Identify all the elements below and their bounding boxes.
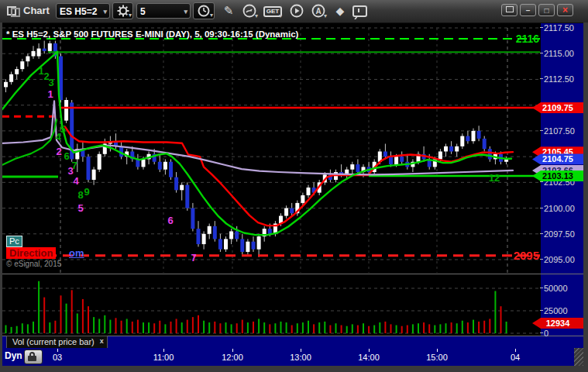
comment-button[interactable]: [350, 2, 369, 19]
time-label: 03: [40, 353, 74, 362]
chart-window: Chart ES H5=2 ▾ ▾ 5 ▾ ▾ ✎: [0, 0, 588, 372]
time-template-button[interactable]: ▾: [193, 2, 215, 19]
copyright-text: © eSignal, 2015: [6, 260, 61, 268]
time-tick: [437, 349, 438, 352]
link-tool-button[interactable]: ◆: [331, 2, 349, 19]
time-tick: [57, 349, 58, 352]
interval-combo[interactable]: 5 ▾: [136, 3, 191, 19]
window-border-left: [0, 22, 2, 372]
chevron-down-icon: ▾: [210, 12, 213, 19]
pc-study-badge[interactable]: Pc: [6, 236, 22, 247]
play-icon: [287, 4, 306, 18]
tab-volume-study[interactable]: Vol (current price bar) x: [6, 336, 108, 348]
price-tick-label: 2112.50: [544, 74, 574, 84]
time-tick: [163, 349, 164, 352]
volume-tick-label: 25000: [544, 306, 568, 315]
title-bar: Chart ES H5=2 ▾ ▾ 5 ▾ ▾ ✎: [0, 0, 588, 23]
time-label: 04: [498, 353, 532, 362]
chevron-down-icon: ▾: [279, 13, 282, 19]
curve-tool-button[interactable]: ▾: [240, 2, 259, 19]
lower-level-label: 2095: [496, 249, 539, 262]
time-tick: [369, 349, 370, 352]
chevron-down-icon: ▾: [184, 4, 187, 19]
pane-separator[interactable]: [2, 274, 583, 274]
time-label: 14:00: [352, 353, 386, 362]
time-tick: [301, 349, 301, 352]
diamond-icon: ◆: [336, 5, 345, 17]
upper-level-label: 2116: [496, 33, 539, 45]
chart-title-overlay: * ES H5=2, S&P 500 FUTURES E-MINI (DAY),…: [6, 29, 298, 39]
volume-tick-label: 0: [544, 329, 548, 338]
price-tag[interactable]: 2109.75: [532, 102, 583, 113]
chevron-down-icon: ▾: [103, 4, 107, 19]
price-tick-label: 2107.50: [544, 126, 575, 136]
settings-button[interactable]: ▾: [112, 2, 133, 19]
price-tick-label: 2097.50: [544, 229, 575, 239]
dyn-mode-label[interactable]: Dyn: [5, 350, 22, 361]
pencil-icon: ✎: [224, 4, 234, 17]
popout-icon: [506, 6, 514, 12]
svg-text:A: A: [315, 7, 321, 16]
maximize-icon: □: [544, 6, 548, 15]
price-tick-label: 2117.50: [544, 23, 574, 33]
minimize-icon: –: [526, 6, 531, 15]
annotation-style-button[interactable]: A ▾: [309, 2, 328, 19]
chevron-down-icon: ▾: [324, 13, 327, 19]
volume-pane[interactable]: [2, 274, 541, 336]
price-pane[interactable]: [2, 23, 541, 274]
time-tick: [232, 349, 233, 352]
chevron-down-icon: ▾: [129, 12, 132, 19]
volume-tick-label: 50000: [544, 284, 568, 293]
resize-grip[interactable]: [574, 348, 583, 366]
price-tag[interactable]: 2104.75: [532, 153, 583, 164]
window-border-right: [583, 22, 588, 372]
time-label: 15:00: [420, 353, 454, 362]
om-watermark: om: [69, 247, 84, 259]
time-label: 13:00: [284, 353, 318, 362]
symbol-combo-value: ES H5=2: [60, 6, 97, 17]
window-icon: [7, 6, 19, 16]
price-tick-label: 2115.00: [544, 49, 574, 58]
symbol-combo[interactable]: ES H5=2 ▾: [56, 3, 110, 19]
direction-study-badge[interactable]: Direction: [6, 247, 56, 259]
chevron-down-icon: ▾: [255, 13, 258, 19]
play-button[interactable]: [287, 2, 306, 19]
popout-button[interactable]: [501, 4, 518, 16]
interval-combo-value: 5: [140, 6, 146, 17]
window-border-bottom: [0, 366, 588, 372]
price-tag[interactable]: 2103.13: [532, 170, 583, 181]
tab-volume-label: Vol (current price bar): [12, 337, 95, 346]
minimize-button[interactable]: –: [520, 4, 536, 16]
time-label: 11:00: [146, 353, 181, 362]
close-icon: ×: [562, 5, 568, 16]
time-label: 12:00: [215, 353, 249, 362]
close-icon[interactable]: x: [100, 336, 104, 347]
window-title: Chart: [23, 5, 50, 16]
time-tick: [515, 349, 516, 352]
draw-button[interactable]: ✎: [219, 2, 238, 19]
price-tick-label: 2095.00: [544, 255, 575, 264]
price-tick-label: 2100.00: [544, 204, 575, 213]
close-button[interactable]: ×: [557, 4, 573, 16]
maximize-button[interactable]: □: [538, 4, 555, 16]
get-data-button[interactable]: GET ▾: [263, 2, 283, 19]
speech-bubble-icon: [352, 5, 367, 17]
volume-tag[interactable]: 12934: [532, 318, 583, 329]
